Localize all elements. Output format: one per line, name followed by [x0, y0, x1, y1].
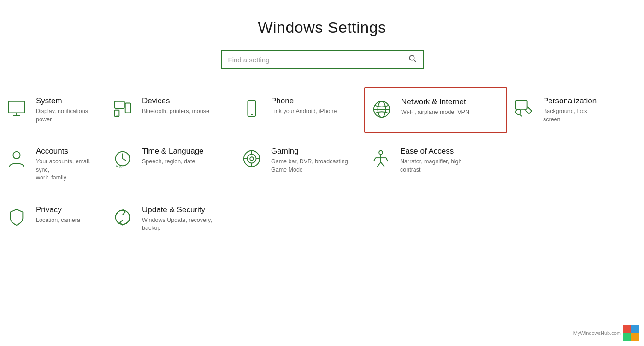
search-icon: [409, 55, 416, 62]
page-container: Windows Settings: [0, 0, 644, 346]
setting-timelanguage[interactable]: A 文 Time & Language Speech, region, date: [106, 137, 235, 191]
search-section: [0, 50, 644, 69]
svg-rect-5: [115, 101, 124, 108]
title-section: Windows Settings: [0, 18, 644, 36]
svg-text:A: A: [116, 164, 118, 168]
easeofaccess-desc: Narrator, magnifier, highcontrast: [400, 158, 461, 174]
svg-text:文: 文: [119, 165, 122, 168]
accounts-icon: [5, 147, 29, 171]
timelanguage-name: Time & Language: [142, 147, 204, 156]
setting-network[interactable]: Network & Internet Wi-Fi, airplane mode,…: [364, 87, 507, 133]
easeofaccess-icon: [369, 147, 393, 171]
phone-name: Phone: [271, 96, 337, 106]
system-desc: Display, notifications,power: [36, 107, 90, 124]
accounts-name: Accounts: [36, 147, 97, 156]
accounts-desc: Your accounts, email, sync,work, family: [36, 158, 97, 182]
network-icon: [370, 97, 394, 121]
setting-system[interactable]: System Display, notifications,power: [0, 87, 106, 133]
setting-personalization[interactable]: Personalization Background, lock screen,: [507, 87, 609, 133]
privacy-name: Privacy: [36, 205, 80, 215]
svg-point-15: [516, 109, 521, 114]
setting-privacy[interactable]: Privacy Location, camera: [0, 196, 106, 242]
network-desc: Wi-Fi, airplane mode, VPN: [401, 108, 469, 117]
personalization-icon: [512, 96, 536, 120]
svg-rect-7: [125, 103, 130, 113]
gaming-desc: Game bar, DVR, broadcasting,Game Mode: [271, 158, 349, 174]
setting-phone[interactable]: Phone Link your Android, iPhone: [235, 87, 364, 133]
timelanguage-icon: A 文: [111, 147, 135, 171]
system-icon: [5, 96, 29, 120]
easeofaccess-name: Ease of Access: [400, 147, 461, 156]
updatesecurity-name: Update & Security: [142, 205, 212, 215]
svg-rect-2: [9, 101, 24, 113]
personalization-desc: Background, lock screen,: [543, 107, 599, 124]
svg-point-0: [409, 56, 414, 60]
setting-easeofaccess[interactable]: Ease of Access Narrator, magnifier, high…: [364, 137, 507, 191]
timelanguage-desc: Speech, region, date: [142, 158, 204, 166]
page-title: Windows Settings: [0, 18, 644, 36]
search-box[interactable]: [221, 50, 424, 69]
svg-line-16: [520, 114, 522, 116]
network-name: Network & Internet: [401, 97, 469, 107]
devices-icon: [111, 96, 135, 120]
gaming-name: Gaming: [271, 147, 349, 156]
svg-point-24: [247, 154, 256, 163]
svg-rect-9: [248, 101, 255, 116]
setting-accounts[interactable]: Accounts Your accounts, email, sync,work…: [0, 137, 106, 191]
updatesecurity-icon: [111, 205, 135, 229]
phone-desc: Link your Android, iPhone: [271, 107, 337, 116]
svg-rect-14: [516, 101, 527, 109]
personalization-name: Personalization: [543, 96, 599, 106]
watermark-text: MyWindowsHub.com: [573, 330, 621, 336]
phone-icon: [240, 96, 264, 120]
privacy-icon: [5, 205, 29, 229]
setting-gaming[interactable]: Gaming Game bar, DVR, broadcasting,Game …: [235, 137, 364, 191]
search-button[interactable]: [409, 55, 416, 64]
gaming-icon: [240, 147, 264, 171]
svg-line-20: [123, 159, 126, 161]
setting-updatesecurity[interactable]: Update & Security Windows Update, recove…: [106, 196, 235, 242]
svg-point-17: [13, 152, 20, 159]
svg-point-30: [379, 151, 383, 155]
svg-line-1: [414, 60, 416, 62]
updatesecurity-desc: Windows Update, recovery,backup: [142, 216, 212, 233]
search-input[interactable]: [228, 56, 409, 64]
devices-desc: Bluetooth, printers, mouse: [142, 107, 209, 116]
system-name: System: [36, 96, 90, 106]
devices-name: Devices: [142, 96, 209, 106]
setting-devices[interactable]: Devices Bluetooth, printers, mouse: [106, 87, 235, 133]
svg-rect-6: [115, 110, 119, 116]
privacy-desc: Location, camera: [36, 216, 80, 225]
svg-point-25: [250, 157, 254, 161]
watermark-logo: [623, 325, 639, 341]
watermark: MyWindowsHub.com: [573, 325, 639, 341]
